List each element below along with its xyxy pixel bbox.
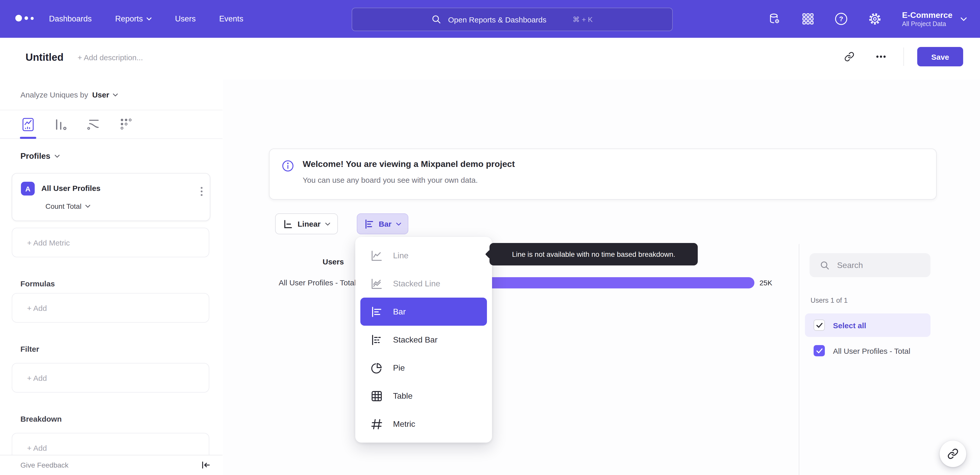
legend-item-label: All User Profiles - Total (833, 346, 910, 355)
report-header: Untitled + Add description... Save (0, 38, 980, 80)
sidebar-footer: Give Feedback (0, 455, 223, 475)
apps-grid-icon[interactable] (802, 13, 815, 25)
select-all-label: Select all (833, 321, 866, 330)
chart-bar-value: 25K (759, 279, 772, 287)
data-management-icon[interactable] (768, 12, 782, 26)
add-formula-button[interactable]: + Add (12, 293, 209, 323)
profiles-title: Profiles (21, 151, 50, 161)
collapse-sidebar-icon[interactable] (201, 461, 210, 469)
help-icon[interactable]: ? (835, 12, 848, 26)
nav-users-label: Users (175, 14, 196, 24)
search-shortcut: ⌘ + K (573, 15, 593, 24)
breakdown-section-title: Breakdown (21, 414, 62, 423)
primary-nav: Dashboards Reports Users Events (49, 0, 243, 38)
chart-type-button[interactable]: Bar (357, 214, 408, 234)
dropdown-item-label: Table (393, 391, 413, 400)
aggregation-value: Count Total (45, 202, 81, 210)
add-description[interactable]: + Add description... (78, 53, 143, 62)
dropdown-item-table[interactable]: Table (355, 382, 492, 410)
global-search-input[interactable] (447, 14, 566, 24)
dropdown-item-label: Metric (393, 419, 415, 429)
legend-item-row[interactable]: All User Profiles - Total (805, 339, 931, 362)
bar-chart-icon (364, 219, 374, 229)
active-tab-indicator (20, 137, 36, 139)
nav-reports[interactable]: Reports (115, 14, 151, 24)
line-chart-icon (371, 249, 383, 261)
scale-selector-label: Linear (298, 220, 321, 228)
filter-section-title: Filter (21, 344, 39, 353)
project-name: E-Commerce (902, 10, 953, 20)
floating-link-button[interactable] (940, 440, 966, 467)
dropdown-item-label: Pie (393, 363, 405, 372)
select-all-checkbox[interactable] (814, 320, 825, 331)
nav-events-label: Events (219, 14, 243, 24)
add-filter-button[interactable]: + Add (12, 363, 209, 392)
chevron-down-icon (325, 222, 330, 225)
settings-gear-icon[interactable] (869, 12, 882, 26)
tab-flows[interactable] (87, 116, 100, 133)
scale-selector-button[interactable]: Linear (275, 214, 338, 234)
nav-users[interactable]: Users (175, 14, 196, 24)
banner-subtitle: You can use any board you see with your … (303, 175, 478, 184)
legend-item-checkbox[interactable] (814, 345, 825, 356)
analyze-entity-value: User (92, 90, 109, 99)
metric-card[interactable]: A All User Profiles Count Total (12, 173, 210, 221)
dropdown-item-pie[interactable]: Pie (355, 354, 492, 382)
dropdown-item-label: Stacked Line (393, 279, 440, 288)
save-button[interactable]: Save (917, 47, 963, 66)
global-search[interactable]: ⌘ + K (352, 8, 673, 31)
nav-dashboards[interactable]: Dashboards (49, 14, 92, 24)
dropdown-item-metric[interactable]: Metric (355, 410, 492, 438)
report-type-tabs (0, 110, 223, 139)
check-icon (816, 322, 822, 328)
select-all-row[interactable]: Select all (805, 314, 931, 337)
query-builder-sidebar: Analyze Uniques by User (0, 80, 224, 475)
legend-divider (799, 244, 799, 475)
analyze-uniques-row: Analyze Uniques by User (0, 80, 223, 110)
chevron-down-icon (113, 93, 118, 96)
table-icon (371, 390, 383, 402)
svg-text:?: ? (839, 15, 843, 23)
aggregation-selector[interactable]: Count Total (45, 202, 90, 210)
report-title[interactable]: Untitled (25, 51, 64, 63)
chart-column-users: Users (323, 257, 344, 266)
stacked-line-chart-icon (371, 277, 383, 290)
dropdown-item-label: Line (393, 251, 409, 260)
analyze-label: Analyze Uniques by (21, 90, 88, 99)
mixpanel-logo[interactable] (15, 15, 34, 21)
tab-retention[interactable] (119, 116, 133, 133)
legend-count: Users 1 of 1 (811, 296, 848, 304)
link-icon (947, 448, 959, 459)
project-scope: All Project Data (902, 20, 953, 27)
dropdown-item-bar-selected[interactable]: Bar (360, 298, 487, 326)
chart-type-dropdown: Line Stacked Line Bar (355, 237, 492, 443)
analyze-entity-selector[interactable]: User (92, 90, 118, 99)
check-icon (816, 348, 822, 354)
metric-hash-icon (371, 418, 383, 430)
dropdown-item-label: Bar (393, 307, 406, 316)
add-metric-button[interactable]: + Add Metric (12, 228, 209, 257)
bar-chart-icon (371, 306, 383, 318)
chart-type-label: Bar (379, 220, 391, 228)
logo-dot-medium (24, 16, 28, 20)
logo-dot-small (30, 17, 34, 20)
axis-icon (283, 219, 293, 229)
report-canvas: Welcome! You are viewing a Mixpanel demo… (223, 80, 980, 475)
tooltip-text: Line is not available with no time based… (512, 250, 675, 258)
project-switcher[interactable]: E-Commerce All Project Data (902, 10, 967, 27)
legend-search[interactable] (810, 253, 931, 277)
profiles-section-header[interactable]: Profiles (21, 151, 59, 161)
copy-link-icon[interactable] (840, 48, 859, 66)
topnav-right: ? E-Commerce All Project Data (768, 0, 980, 38)
dropdown-item-stacked-bar[interactable]: Stacked Bar (355, 326, 492, 354)
info-icon (282, 160, 294, 172)
metric-options-icon[interactable] (200, 187, 203, 196)
more-options-icon[interactable] (872, 48, 890, 66)
legend-search-input[interactable] (836, 260, 920, 270)
dropdown-item-stacked-line: Stacked Line (355, 269, 492, 298)
give-feedback-link[interactable]: Give Feedback (21, 461, 68, 469)
tab-funnels[interactable] (54, 116, 67, 133)
dropdown-item-label: Stacked Bar (393, 335, 438, 344)
tab-insights-active[interactable] (21, 116, 35, 133)
nav-events[interactable]: Events (219, 14, 243, 24)
